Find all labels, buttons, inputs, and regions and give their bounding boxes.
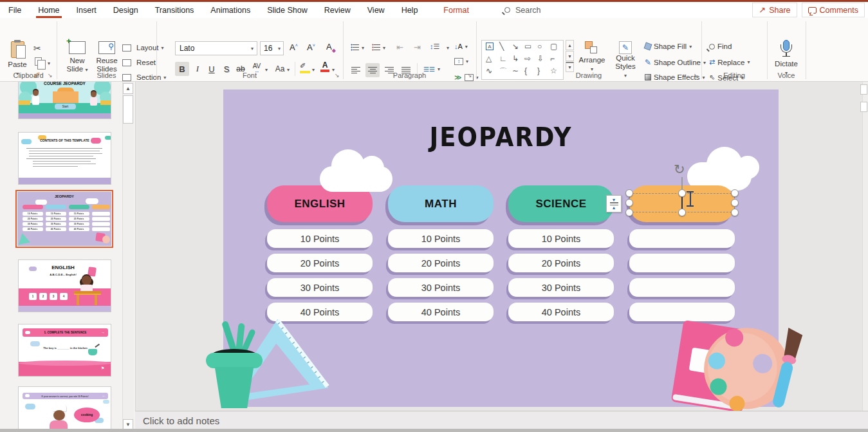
- search-box[interactable]: Search: [504, 2, 541, 18]
- selection-handle-bottom-center[interactable]: [678, 209, 686, 216]
- menu-tab-design[interactable]: Design: [105, 2, 147, 18]
- canvas-scrollbar-track[interactable]: [862, 82, 868, 411]
- menu-tab-animations[interactable]: Animations: [202, 2, 259, 18]
- slide-thumbnail-6[interactable]: If your answer is correct, you win 10 Po…: [18, 386, 111, 432]
- points-cell[interactable]: 30 Points: [267, 278, 373, 297]
- paragraph-dialog-launcher-icon[interactable]: ↘: [467, 72, 472, 79]
- shape-outline-button[interactable]: ✎Shape Outline▾: [645, 58, 706, 67]
- canvas-scroll-button[interactable]: [860, 84, 867, 95]
- rectangle-shape-icon[interactable]: ▭: [524, 42, 531, 51]
- clear-formatting-button[interactable]: A◆: [326, 42, 336, 53]
- points-cell[interactable]: 40 Points: [388, 303, 494, 321]
- line-shape-icon[interactable]: ╲: [499, 42, 504, 51]
- layout-button[interactable]: Layout▾: [122, 44, 164, 52]
- cut-icon[interactable]: ✂: [33, 43, 41, 53]
- menu-tab-insert[interactable]: Insert: [68, 2, 105, 18]
- slide-thumbnail-1[interactable]: COURSE JEOPARDY Start: [18, 82, 111, 119]
- share-button[interactable]: ↗ Share: [752, 3, 797, 17]
- text-box-shape-icon[interactable]: A: [486, 42, 494, 50]
- elbow-arrow-shape-icon[interactable]: ↳: [512, 54, 519, 63]
- slide-thumbnail-5[interactable]: 1. COMPLETE THE SENTENCE → The boy is __…: [18, 324, 111, 377]
- slide-thumbnail-3-selected[interactable]: JEOPARDY 10 Points 10 Points 10 Points 2…: [15, 190, 113, 248]
- menu-tab-review[interactable]: Review: [316, 2, 359, 18]
- grow-font-button[interactable]: A˄: [290, 42, 298, 52]
- points-cell[interactable]: 40 Points: [508, 303, 614, 321]
- shape-fill-button[interactable]: Shape Fill▾: [645, 42, 692, 50]
- slide-main-title[interactable]: JEOPARDY: [223, 121, 779, 152]
- font-size-select[interactable]: 16 ▾: [260, 41, 284, 55]
- selection-handle-top-right[interactable]: [731, 189, 739, 197]
- menu-tab-transitions[interactable]: Transitions: [147, 2, 203, 18]
- copy-dropdown-icon[interactable]: ▾: [48, 61, 50, 66]
- triangle-shape-icon[interactable]: △: [486, 54, 492, 63]
- points-cell[interactable]: 20 Points: [267, 254, 373, 272]
- arrow-shape-icon[interactable]: ↘: [512, 42, 519, 51]
- align-text-button[interactable]: ↕▾: [454, 58, 468, 65]
- points-cell[interactable]: 20 Points: [508, 254, 614, 272]
- points-cell-empty[interactable]: [629, 254, 735, 272]
- snip-rectangle-shape-icon[interactable]: ⌐: [550, 54, 555, 63]
- points-cell-empty[interactable]: [629, 278, 735, 297]
- font-family-select[interactable]: Lato ▾: [175, 41, 257, 55]
- selection-handle-top-left[interactable]: [625, 189, 633, 197]
- points-cell[interactable]: 20 Points: [388, 254, 494, 272]
- points-cell[interactable]: 10 Points: [267, 229, 373, 248]
- clipboard-dialog-launcher-icon[interactable]: ↘: [48, 72, 53, 79]
- rounded-rectangle-shape-icon[interactable]: ▢: [550, 42, 557, 51]
- shapes-scroll-up-icon[interactable]: ▲: [566, 40, 574, 50]
- new-slide-button[interactable]: + New Slide ▾: [63, 41, 91, 74]
- arrange-button[interactable]: Arrange ▾: [577, 41, 607, 73]
- menu-tab-help[interactable]: Help: [393, 2, 427, 18]
- copy-icon[interactable]: [35, 57, 42, 66]
- points-cell[interactable]: 10 Points: [388, 229, 494, 248]
- text-direction-button[interactable]: ↓A▾: [454, 42, 468, 50]
- oval-shape-icon[interactable]: ○: [537, 42, 542, 51]
- right-arrow-shape-icon[interactable]: ⇨: [524, 54, 531, 63]
- menu-tab-slideshow[interactable]: Slide Show: [259, 2, 316, 18]
- font-dialog-launcher-icon[interactable]: ↘: [335, 72, 340, 79]
- canvas-scroll-button[interactable]: [860, 102, 867, 112]
- rotate-handle-icon[interactable]: ↻: [674, 162, 685, 177]
- font-color-button[interactable]: A: [320, 61, 329, 72]
- replace-button[interactable]: ⇄Replace▾: [709, 58, 750, 66]
- notes-pane[interactable]: Click to add notes: [135, 411, 868, 430]
- dropdown-arrow-icon[interactable]: ▾: [362, 45, 364, 51]
- reuse-slides-button[interactable]: ⚲ Reuse Slides: [93, 41, 121, 73]
- points-cell[interactable]: 40 Points: [267, 303, 373, 321]
- autofit-options-button[interactable]: ▼▲: [606, 195, 622, 212]
- thumbnail-scrollbar-thumb[interactable]: [123, 95, 133, 124]
- menu-tab-file[interactable]: File: [0, 2, 30, 18]
- bullets-icon[interactable]: [351, 44, 359, 51]
- shrink-font-button[interactable]: A˅: [307, 42, 315, 52]
- find-button[interactable]: Find: [709, 42, 732, 50]
- selection-handle-top-center[interactable]: [678, 189, 686, 197]
- slide-thumbnail-4[interactable]: ENGLISH A-B-C-D-E... English! 1 2 3 4: [18, 259, 111, 312]
- drawing-dialog-launcher-icon[interactable]: ↘: [694, 72, 699, 79]
- category-science[interactable]: SCIENCE: [508, 185, 614, 222]
- points-cell-empty[interactable]: [629, 229, 735, 248]
- menu-tab-view[interactable]: View: [359, 2, 393, 18]
- menu-tab-home[interactable]: Home: [30, 2, 68, 18]
- down-arrow-shape-icon[interactable]: ⇩: [537, 54, 544, 63]
- dropdown-arrow-icon[interactable]: ▾: [447, 45, 449, 51]
- shapes-scroll-down-icon[interactable]: ▼: [566, 51, 574, 61]
- numbering-icon[interactable]: [372, 44, 380, 51]
- slide-thumbnail-2[interactable]: CONTENTS OF THIS TEMPLATE: [18, 132, 111, 185]
- thumbnail-scrollbar-track[interactable]: [122, 82, 134, 432]
- thumbnail-scroll-up-icon[interactable]: ▲: [123, 83, 133, 94]
- shapes-more-icon[interactable]: ▼: [566, 62, 574, 72]
- selection-handle-mid-right[interactable]: [731, 199, 739, 207]
- increase-indent-icon[interactable]: ⇥: [414, 42, 421, 52]
- selection-handle-bottom-right[interactable]: [731, 209, 739, 216]
- selection-handle-bottom-left[interactable]: [625, 209, 633, 216]
- comments-button[interactable]: Comments: [802, 3, 865, 17]
- dropdown-arrow-icon[interactable]: ▾: [383, 45, 385, 51]
- points-cell[interactable]: 30 Points: [508, 278, 614, 297]
- decrease-indent-icon[interactable]: ⇤: [396, 42, 403, 52]
- points-cell[interactable]: 30 Points: [388, 278, 494, 297]
- points-cell[interactable]: 10 Points: [508, 229, 614, 248]
- category-math[interactable]: MATH: [388, 185, 494, 222]
- line-spacing-icon[interactable]: ↕☰: [430, 42, 439, 51]
- reset-button[interactable]: Reset: [122, 59, 156, 66]
- elbow-shape-icon[interactable]: ∟: [499, 54, 507, 63]
